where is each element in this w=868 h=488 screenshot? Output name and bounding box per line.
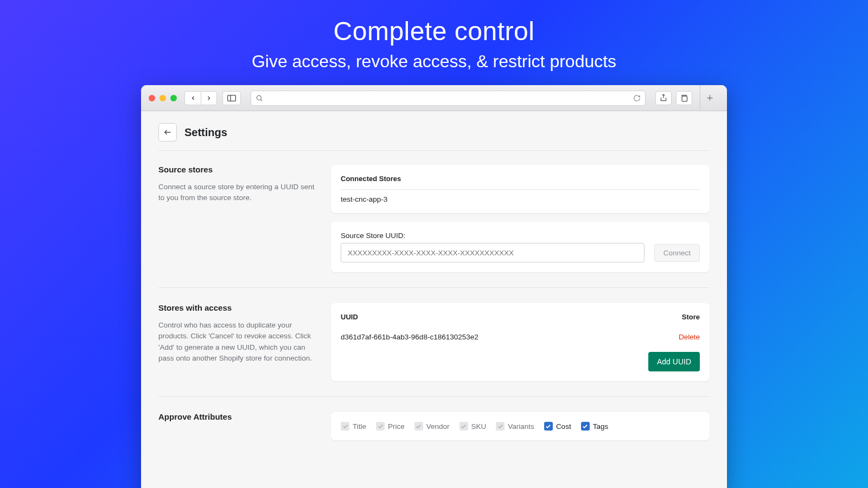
table-row: d361d7af-661b-4ab3-96d8-c186130253e2 Del… (341, 326, 700, 352)
tabs-button[interactable] (676, 91, 692, 105)
hero-subtitle: Give access, revoke access, & restrict p… (0, 52, 868, 72)
row-uuid: d361d7af-661b-4ab3-96d8-c186130253e2 (341, 333, 679, 341)
uuid-field-label: Source Store UUID: (341, 232, 700, 240)
connected-store-row: test-cnc-app-3 (341, 189, 700, 203)
attribute-checkbox-title: Title (341, 422, 366, 431)
section-heading: Stores with access (158, 303, 316, 312)
checkbox-icon (544, 422, 553, 431)
connected-stores-card: Connected Stores test-cnc-app-3 (331, 165, 710, 213)
address-bar[interactable] (251, 91, 646, 106)
divider (158, 150, 710, 151)
source-stores-section: Source stores Connect a source store by … (158, 165, 710, 288)
page-title: Settings (184, 126, 227, 139)
section-heading: Approve Attributes (158, 412, 316, 421)
attributes-card: TitlePriceVendorSKUVariantsCostTags (331, 412, 710, 440)
fullscreen-window-icon[interactable] (170, 95, 177, 101)
checkbox-label: Cost (556, 422, 571, 431)
attribute-checkbox-sku: SKU (459, 422, 487, 431)
attribute-checkbox-variants: Variants (496, 422, 534, 431)
attribute-checkbox-tags[interactable]: Tags (581, 422, 609, 431)
col-uuid-header: UUID (341, 313, 682, 321)
checkbox-label: Tags (593, 422, 609, 431)
app-content: Settings Source stores Connect a source … (141, 111, 727, 488)
checkbox-icon (414, 422, 423, 431)
uuid-entry-card: Source Store UUID: Connect (331, 222, 710, 272)
back-nav-button[interactable] (184, 91, 201, 105)
checkbox-icon (459, 422, 468, 431)
section-description: Connect a source store by entering a UUI… (158, 182, 316, 204)
sidebar-toggle-button[interactable] (222, 91, 241, 105)
minimize-window-icon[interactable] (159, 95, 166, 101)
section-heading: Source stores (158, 165, 316, 174)
checkbox-label: Price (388, 422, 405, 431)
uuid-input[interactable] (341, 243, 644, 262)
browser-titlebar (141, 85, 727, 111)
checkbox-icon (496, 422, 505, 431)
delete-link[interactable]: Delete (679, 333, 700, 341)
hero-banner: Complete control Give access, revoke acc… (0, 0, 868, 72)
window-controls (149, 95, 177, 101)
section-description: Control who has access to duplicate your… (158, 320, 316, 364)
hero-title: Complete control (0, 16, 868, 46)
checkbox-icon (341, 422, 349, 431)
reload-icon[interactable] (633, 94, 641, 102)
svg-line-3 (260, 99, 262, 101)
col-store-header: Store (682, 313, 700, 321)
add-uuid-button[interactable]: Add UUID (648, 352, 700, 371)
forward-nav-button[interactable] (201, 91, 217, 105)
svg-point-2 (257, 95, 261, 100)
stores-access-section: Stores with access Control who has acces… (158, 303, 710, 397)
back-button[interactable] (158, 123, 177, 142)
close-window-icon[interactable] (149, 95, 155, 101)
checkbox-icon (376, 422, 385, 431)
connected-stores-label: Connected Stores (341, 175, 700, 183)
new-tab-button[interactable] (700, 85, 719, 111)
checkbox-label: SKU (471, 422, 487, 431)
checkbox-label: Title (353, 422, 366, 431)
checkbox-icon (581, 422, 590, 431)
attribute-checkbox-vendor: Vendor (414, 422, 450, 431)
svg-rect-0 (228, 95, 236, 101)
checkbox-label: Vendor (426, 422, 450, 431)
browser-window: Settings Source stores Connect a source … (141, 85, 727, 488)
share-button[interactable] (655, 91, 672, 105)
connect-button[interactable]: Connect (654, 244, 700, 262)
attribute-checkbox-price: Price (376, 422, 405, 431)
svg-rect-4 (682, 96, 687, 101)
search-icon (256, 94, 263, 102)
approve-attributes-section: Approve Attributes TitlePriceVendorSKUVa… (158, 412, 710, 440)
attribute-checkbox-cost[interactable]: Cost (544, 422, 571, 431)
checkbox-label: Variants (508, 422, 534, 431)
access-table-card: UUID Store d361d7af-661b-4ab3-96d8-c1861… (331, 303, 710, 381)
